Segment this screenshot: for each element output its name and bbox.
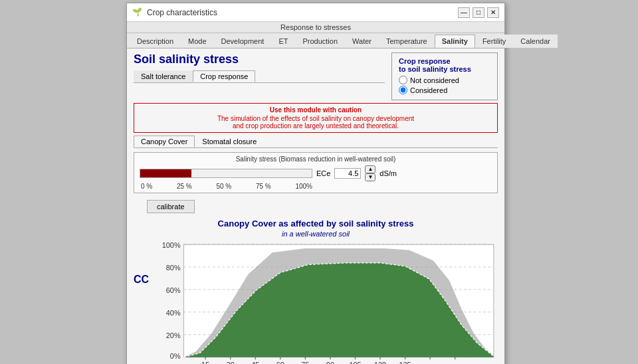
title-bar: 🌱 Crop characteristics — □ ✕ [127, 3, 504, 22]
close-button[interactable]: ✕ [487, 7, 499, 18]
svg-text:30: 30 [227, 361, 235, 364]
svg-text:0%: 0% [170, 352, 181, 360]
sub-tab-crop-response[interactable]: Crop response [193, 70, 255, 82]
bar-marker-50: 50 % [216, 183, 231, 190]
tab-et[interactable]: ET [271, 35, 295, 48]
chart-svg: 100% 80% 60% 40% 20% 0% [152, 240, 498, 364]
svg-text:80%: 80% [166, 264, 181, 272]
not-considered-label: Not considered [410, 76, 459, 84]
svg-text:15: 15 [201, 361, 209, 364]
inner-tab-stomatal-closure[interactable]: Stomatal closure [195, 136, 264, 147]
svg-text:75: 75 [301, 361, 309, 364]
svg-text:120: 120 [374, 361, 386, 364]
crop-response-box: Crop responseto soil salinity stress Not… [391, 52, 498, 100]
ece-up-button[interactable]: ▲ [365, 165, 375, 173]
chart-title: Canopy Cover as affected by soil salinit… [134, 219, 498, 228]
svg-text:100%: 100% [162, 241, 181, 249]
bar-marker-0: 0 % [141, 183, 152, 190]
salinity-progress-bar [140, 169, 312, 178]
sub-tab-bar: Salt tolerance Crop response [134, 70, 385, 83]
not-considered-radio[interactable]: Not considered [399, 76, 490, 84]
window-icon: 🌱 [132, 7, 143, 18]
main-tab-bar: Description Mode Development ET Producti… [127, 33, 504, 48]
tab-production[interactable]: Production [295, 35, 345, 48]
crop-response-title: Crop responseto soil salinity stress [399, 57, 490, 73]
tab-development[interactable]: Development [214, 35, 272, 48]
bar-marker-25: 25 % [177, 183, 192, 190]
stress-response-header: Response to stresses [127, 22, 504, 33]
tab-temperature[interactable]: Temperature [379, 35, 435, 48]
inner-sub-tab-bar: Canopy Cover Stomatal closure [134, 136, 498, 148]
calibrate-button[interactable]: calibrate [147, 200, 195, 213]
svg-text:45: 45 [251, 361, 259, 364]
chart-wrapper: CC 100% 80% 60% 40% 20% [134, 240, 498, 364]
svg-text:40%: 40% [166, 309, 181, 317]
cc-axis-label: CC [134, 240, 149, 286]
caution-box: Use this module with caution The simulat… [134, 103, 498, 133]
salinity-bar-label: Salinity stress (Biomass reduction in we… [140, 155, 492, 163]
caution-text: The simulation of the effects of soil sa… [140, 115, 492, 130]
minimize-button[interactable]: — [458, 7, 470, 18]
considered-label: Considered [410, 86, 447, 94]
chart-subtitle: in a well-watered soil [134, 230, 498, 238]
ece-label: ECe [316, 169, 330, 177]
tab-mode[interactable]: Mode [181, 35, 214, 48]
tab-description[interactable]: Description [130, 35, 181, 48]
ece-down-button[interactable]: ▼ [365, 173, 375, 181]
window-title: Crop characteristics [147, 8, 458, 17]
chart-area: 100% 80% 60% 40% 20% 0% [152, 240, 498, 364]
ece-unit: dS/m [379, 169, 397, 177]
bar-marker-75: 75 % [256, 183, 271, 190]
svg-text:90: 90 [326, 361, 334, 364]
svg-text:60%: 60% [166, 286, 181, 294]
window-controls: — □ ✕ [458, 7, 499, 18]
salinity-bar-section: Salinity stress (Biomass reduction in we… [134, 152, 498, 193]
tab-fertility[interactable]: Fertility [475, 35, 513, 48]
page-title: Soil salinity stress [134, 52, 385, 66]
not-considered-radio-input[interactable] [399, 76, 407, 84]
svg-text:20%: 20% [166, 331, 181, 339]
main-window: 🌱 Crop characteristics — □ ✕ Response to… [126, 3, 505, 364]
svg-text:60: 60 [276, 361, 284, 364]
maximize-button[interactable]: □ [473, 7, 484, 18]
tab-calendar[interactable]: Calendar [513, 35, 558, 48]
sub-tab-salt-tolerance[interactable]: Salt tolerance [134, 70, 193, 82]
inner-tab-canopy-cover[interactable]: Canopy Cover [134, 136, 195, 147]
considered-radio[interactable]: Considered [399, 86, 490, 94]
bar-marker-100: 100% [295, 183, 312, 190]
svg-text:105: 105 [349, 361, 361, 364]
considered-radio-input[interactable] [399, 86, 407, 94]
tab-water[interactable]: Water [345, 35, 379, 48]
ece-input[interactable] [334, 168, 361, 179]
tab-salinity[interactable]: Salinity [435, 35, 475, 48]
bar-markers: 0 % 25 % 50 % 75 % 100% [140, 183, 312, 190]
inner-content: Soil salinity stress Salt tolerance Crop… [127, 48, 504, 364]
caution-title: Use this module with caution [140, 106, 492, 114]
svg-text:135: 135 [399, 361, 411, 364]
